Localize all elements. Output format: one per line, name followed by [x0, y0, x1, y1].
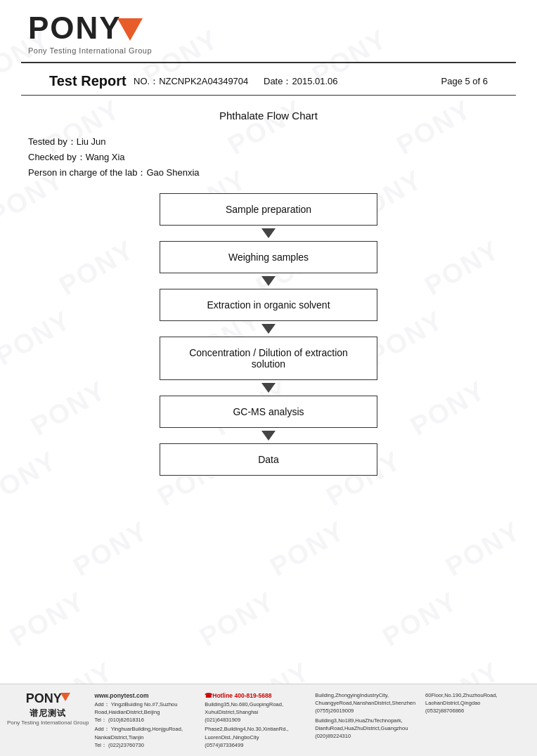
tested-by-value: Liu Jun	[77, 136, 106, 147]
report-number: NO.：NZCNPK2A04349704 Date：2015.01.06	[134, 75, 441, 88]
logo-graphic: PONY	[28, 13, 143, 44]
footer-addr-beijing: Add： YingziBuiding No.#7,Suzhou Road,Hai…	[94, 700, 199, 724]
logo-area: PONY Pony Testing International Group	[28, 13, 152, 55]
footer-addr-tianjin: Add： YinghuarBuilding,HonjguRoad, Nankai…	[94, 725, 199, 749]
checked-by: Checked by：Wang Xia	[28, 150, 509, 165]
header: PONY Pony Testing International Group	[0, 0, 537, 62]
footer-logo-subtitle: Pony Testing International Group	[7, 719, 89, 726]
footer-addr-guangzhou: Building3,No189,HuaZhuTechnopark, Dianfu…	[315, 717, 420, 741]
logo-subtitle: Pony Testing International Group	[28, 46, 152, 55]
no-label: NO.：	[134, 76, 159, 86]
footer-logo-graphic: PONY	[26, 691, 70, 706]
footer-addr-shanghai: Building35,No.680,GuopingRoad, XuhuiDist…	[205, 700, 309, 724]
tested-by: Tested by：Liu Jun	[28, 134, 509, 150]
page-content: PONY Pony Testing International Group Te…	[0, 0, 537, 756]
flow-arrow-1	[261, 228, 276, 238]
date-label: Date：	[264, 76, 292, 86]
no-value: NZCNPK2A04349704	[159, 76, 248, 86]
flow-step-3: Extraction in organic solvent	[160, 289, 377, 321]
flow-arrow-3	[261, 324, 276, 334]
footer-logo-cn: 谱尼测试	[30, 708, 66, 719]
flow-arrow-2	[261, 276, 276, 286]
footer-hotline: ☎Hotline 400-819-5688	[205, 691, 309, 700]
tested-by-label: Tested by：	[28, 136, 77, 147]
flow-step-6: Data	[160, 443, 377, 476]
flow-step-5: GC-MS analysis	[160, 396, 377, 428]
checked-by-label: Checked by：	[28, 152, 86, 162]
footer-logo-area: PONY 谱尼测试 Pony Testing International Gro…	[7, 691, 89, 726]
footer-col-qingdao: 60Floor,No.190,ZhuzhouRoad, LaohanDistri…	[425, 691, 530, 715]
person-in-charge-value: Gao Shenxia	[146, 167, 199, 178]
logo-text: PONY	[28, 13, 122, 44]
footer-addr-qingdao: 60Floor,No.190,ZhuzhouRoad, LaohanDistri…	[425, 691, 530, 715]
checked-by-value: Wang Xia	[86, 152, 125, 162]
footer-col-main: www.ponytest.com Add： YingziBuiding No.#…	[94, 691, 199, 749]
footer-addr-ningbo: Phase2,Building4,No.30,XintianRd., Luore…	[205, 725, 309, 749]
footer-col-hotline: ☎Hotline 400-819-5688 Building35,No.680,…	[205, 691, 309, 749]
title-bar: Test Report NO.：NZCNPK2A04349704 Date：20…	[21, 62, 516, 96]
flow-arrow-5	[261, 431, 276, 441]
flow-step-2: Weighing samples	[160, 241, 377, 273]
page-number: Page 5 of 6	[441, 76, 489, 86]
footer-col-shenzhen: Building,ZhongyingIndustryCity, Chuangye…	[315, 691, 420, 741]
meta-info: Tested by：Liu Jun Checked by：Wang Xia Pe…	[28, 134, 509, 181]
logo-triangle-icon	[117, 18, 143, 41]
main-content: Phthalate Flow Chart Tested by：Liu Jun C…	[0, 96, 537, 684]
report-title: Test Report	[49, 73, 134, 89]
flowchart: Sample preparation Weighing samples Extr…	[28, 193, 509, 476]
flow-arrow-4	[261, 383, 276, 393]
footer-website: www.ponytest.com	[94, 691, 199, 700]
footer-addr-shenzhen: Building,ZhongyingIndustryCity, Chuangye…	[315, 691, 420, 715]
chart-title: Phthalate Flow Chart	[28, 110, 509, 122]
footer-logo-text: PONY	[26, 691, 62, 706]
footer: PONY 谱尼测试 Pony Testing International Gro…	[0, 684, 537, 756]
date-value: 2015.01.06	[292, 76, 337, 86]
flow-step-1: Sample preparation	[160, 193, 377, 226]
person-in-charge-label: Person in charge of the lab：	[28, 167, 146, 178]
flow-step-4: Concentration / Dilution of extraction s…	[160, 337, 377, 380]
person-in-charge: Person in charge of the lab：Gao Shenxia	[28, 165, 509, 181]
footer-logo-triangle-icon	[60, 693, 70, 701]
